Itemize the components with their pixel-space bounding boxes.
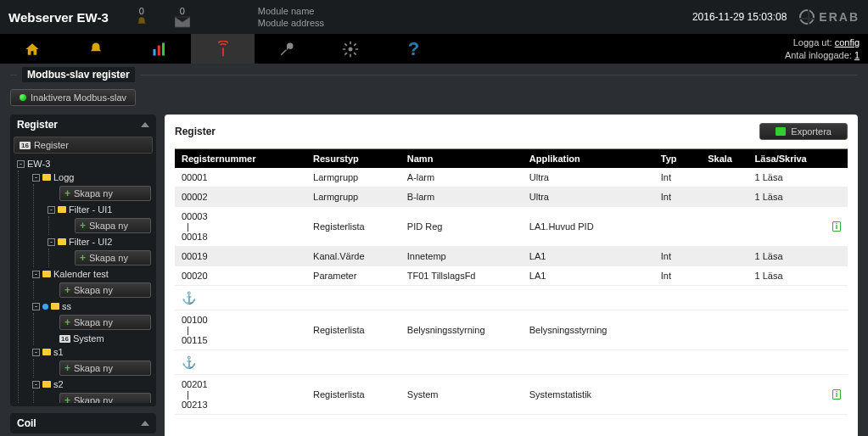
table-cell: Int xyxy=(654,168,701,187)
info-icon[interactable]: i xyxy=(832,389,841,400)
register-panel-header[interactable]: Register xyxy=(10,115,156,135)
table-cell: Registerlista xyxy=(306,207,400,247)
tree-s2[interactable]: -s2 xyxy=(29,377,153,391)
alarm-counter[interactable]: 0 xyxy=(134,6,149,28)
table-cell xyxy=(701,187,748,207)
coil-panel-header[interactable]: Coil xyxy=(10,413,156,433)
inactivate-label: Inaktivera Modbus-slav xyxy=(31,92,126,103)
table-cell: TF01 TillslagsFd xyxy=(400,266,523,286)
nav-tools[interactable] xyxy=(255,34,318,64)
anchor-row: ⚓ xyxy=(175,286,848,310)
message-counter[interactable]: 0 xyxy=(175,6,190,28)
table-row[interactable]: 00019Kanal.VärdeInnetempLA1Int1 Läsa xyxy=(175,247,848,266)
header: Webserver EW-3 0 0 Module name Module ad… xyxy=(0,0,868,34)
svg-point-3 xyxy=(348,47,352,51)
nav-help[interactable]: ? xyxy=(382,34,445,64)
nav-alarms[interactable] xyxy=(64,34,127,64)
home-icon xyxy=(24,42,41,57)
export-button[interactable]: Exportera xyxy=(759,123,848,140)
table-row[interactable]: 00001LarmgruppA-larmUltraInt1 Läsa xyxy=(175,168,848,187)
tree-ss[interactable]: -ss xyxy=(29,299,153,313)
table-header-row: Registernummer Resurstyp Namn Applikatio… xyxy=(175,149,848,169)
table-row[interactable]: 00201 | 00213RegisterlistaSystemSystemst… xyxy=(175,375,848,415)
register-field[interactable]: 16 Register xyxy=(14,137,153,154)
create-new-button[interactable]: +Skapa ny xyxy=(75,250,151,266)
col-namn: Namn xyxy=(400,149,523,169)
nav-settings[interactable] xyxy=(318,34,382,64)
info-icon[interactable]: i xyxy=(832,221,841,232)
nav-comm[interactable] xyxy=(191,34,255,64)
question-icon: ? xyxy=(408,38,419,60)
module-address-label: Module address xyxy=(258,17,692,29)
create-new-button[interactable]: +Skapa ny xyxy=(59,393,151,403)
chevron-up-icon xyxy=(141,122,149,127)
table-cell: Parameter xyxy=(306,266,400,286)
table-cell: Larmgrupp xyxy=(306,168,400,187)
btn-label: Skapa ny xyxy=(89,221,128,231)
bell-icon xyxy=(87,42,104,57)
tree-logg[interactable]: -Logg xyxy=(29,170,153,184)
table-cell: 00100 | 00115 xyxy=(175,310,306,350)
collapse-icon[interactable]: - xyxy=(48,206,55,214)
main-nav: ? Logga ut: config Antal inloggade: 1 xyxy=(0,34,868,64)
table-cell: LA1.Huvud PID xyxy=(523,207,654,247)
collapse-icon[interactable]: - xyxy=(32,303,40,310)
tree-system[interactable]: 16System xyxy=(44,332,153,345)
table-cell xyxy=(748,310,824,350)
folder-icon xyxy=(51,303,59,310)
num-badge-icon: 16 xyxy=(59,335,70,343)
create-new-button[interactable]: +Skapa ny xyxy=(75,218,151,233)
create-new-button[interactable]: +Skapa ny xyxy=(59,361,151,376)
coil-panel-title: Coil xyxy=(17,417,36,429)
collapse-icon[interactable]: - xyxy=(32,349,40,356)
tree-label: Filter - UI1 xyxy=(69,204,112,215)
tree-filter-ui1[interactable]: -Filter - UI1 xyxy=(44,203,153,216)
tree-filter-ui2[interactable]: -Filter - UI2 xyxy=(44,235,153,249)
num-badge-icon: 16 xyxy=(20,142,31,149)
table-row[interactable]: 00020ParameterTF01 TillslagsFdLA1Int1 Lä… xyxy=(175,266,848,286)
table-cell xyxy=(654,207,701,247)
nav-home[interactable] xyxy=(0,34,64,64)
table-cell: Ultra xyxy=(523,168,654,187)
collapse-icon[interactable]: - xyxy=(48,238,55,246)
create-new-button[interactable]: +Skapa ny xyxy=(59,315,151,330)
col-skala: Skala xyxy=(701,149,748,169)
collapse-icon[interactable]: - xyxy=(32,174,40,182)
tree-s1[interactable]: -s1 xyxy=(29,345,153,359)
content: Register 16 Register -EW-3 -Logg +Skapa … xyxy=(0,115,868,436)
table-row[interactable]: 00003 | 00018RegisterlistaPID RegLA1.Huv… xyxy=(175,207,848,247)
brand-text: ERAB xyxy=(819,10,860,24)
table-row[interactable]: 00100 | 00115RegisterlistaBelysningsstyr… xyxy=(175,310,848,350)
add-icon: + xyxy=(64,187,70,199)
col-info xyxy=(823,149,848,169)
table-cell: 00002 xyxy=(175,187,306,207)
dot-icon xyxy=(42,304,48,310)
btn-label: Skapa ny xyxy=(74,363,113,373)
create-new-button[interactable]: +Skapa ny xyxy=(59,282,151,298)
table-cell: 1 Läsa xyxy=(748,266,824,286)
tree-label: Filter - UI2 xyxy=(69,237,112,247)
logged-in-count-link[interactable]: 1 xyxy=(854,50,860,60)
app-title: Webserver EW-3 xyxy=(8,10,109,25)
nav-charts[interactable] xyxy=(127,34,191,64)
info-cell xyxy=(823,187,848,207)
export-label: Exportera xyxy=(791,126,832,137)
collapse-icon[interactable]: - xyxy=(17,160,25,168)
table-row[interactable]: 00002LarmgruppB-larmUltraInt1 Läsa xyxy=(175,187,848,207)
create-new-button[interactable]: +Skapa ny xyxy=(59,186,151,201)
inactivate-modbus-button[interactable]: Inaktivera Modbus-slav xyxy=(10,89,136,106)
tree-kalender[interactable]: -Kalender test xyxy=(29,267,153,281)
info-cell xyxy=(823,247,848,266)
table-cell xyxy=(701,310,748,350)
collapse-icon[interactable]: - xyxy=(32,381,40,388)
register-field-label: Register xyxy=(34,140,69,150)
tree-label: ss xyxy=(62,301,71,311)
table-cell: 00003 | 00018 xyxy=(175,207,306,247)
collapse-icon[interactable]: - xyxy=(32,271,40,278)
tree-label: s1 xyxy=(53,347,64,357)
table-cell: Int xyxy=(654,247,701,266)
table-cell: PID Reg xyxy=(400,207,523,247)
tree-root[interactable]: -EW-3 xyxy=(14,157,153,170)
table-cell: Int xyxy=(654,266,701,286)
logout-link[interactable]: config xyxy=(835,37,860,48)
